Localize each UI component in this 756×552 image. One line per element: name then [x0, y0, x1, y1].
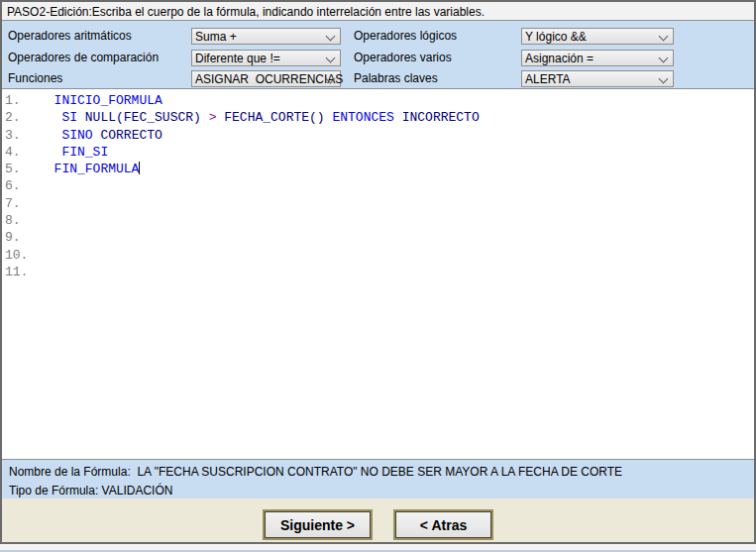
- code-line: 6.: [2, 177, 754, 194]
- code-line: 5. FIN_FORMULA: [2, 161, 754, 177]
- code-text: SI NULL(FEC_SUSCR) > FECHA_CORTE() ENTON…: [39, 109, 480, 126]
- code-line: 3. SINO CORRECTO: [2, 127, 754, 144]
- line-number: 6.: [2, 177, 39, 194]
- code-editor[interactable]: 1. INICIO_FORMULA2. SI NULL(FEC_SUSCR) >…: [2, 89, 754, 459]
- toolbox-row-1: Operadores aritmáticos Suma + Operadores…: [2, 28, 754, 45]
- selected-value: ASIGNAR OCURRENCIAS: [195, 72, 343, 86]
- code-line: 4. FIN_SI: [2, 144, 754, 161]
- selected-value: Asignación =: [525, 52, 594, 65]
- line-number: 8.: [2, 212, 39, 229]
- code-line: 9.: [2, 229, 754, 246]
- label-funciones: Funciones: [8, 71, 62, 85]
- operadores-logicos-select[interactable]: Y lógico &&: [521, 28, 674, 45]
- selected-value: Y lógico &&: [525, 30, 587, 44]
- line-number: 2.: [2, 109, 39, 126]
- line-number: 7.: [2, 195, 39, 212]
- button-bar: Siguiente > < Atras: [2, 498, 754, 542]
- label-operadores-comparacion: Operadores de comparación: [8, 51, 159, 64]
- code-line: 10.: [2, 247, 754, 264]
- label-operadores-aritmeticos: Operadores aritmáticos: [8, 29, 132, 43]
- code-text: SINO CORRECTO: [39, 127, 162, 144]
- formula-info-panel: Nombre de la Fórmula: LA "FECHA SUSCRIPC…: [2, 459, 754, 498]
- code-line: 8.: [2, 212, 754, 229]
- siguiente-button[interactable]: Siguiente >: [263, 509, 373, 540]
- label-operadores-logicos: Operadores lógicos: [354, 29, 457, 43]
- chevron-down-icon: [659, 54, 669, 63]
- line-number: 10.: [2, 247, 39, 264]
- formula-name: Nombre de la Fórmula: LA "FECHA SUSCRIPC…: [9, 463, 754, 482]
- code-text: FIN_FORMULA: [39, 161, 140, 177]
- toolbox-row-3: Funciones ASIGNAR OCURRENCIAS Palabras c…: [2, 70, 754, 87]
- code-line: 11.: [2, 264, 754, 280]
- palabras-claves-select[interactable]: ALERTA: [521, 70, 674, 87]
- chevron-down-icon: [659, 32, 669, 42]
- chevron-down-icon: [659, 74, 669, 84]
- chevron-down-icon: [326, 54, 336, 63]
- line-number: 11.: [2, 264, 39, 280]
- window-title: PASO2-Edición:Escriba el cuerpo de la fó…: [2, 2, 754, 21]
- operadores-varios-select[interactable]: Asignación =: [521, 50, 674, 66]
- operadores-aritmeticos-select[interactable]: Suma +: [191, 28, 341, 45]
- operadores-comparacion-select[interactable]: Diferente que !=: [191, 50, 341, 66]
- page: PASO2-Edición:Escriba el cuerpo de la fó…: [0, 0, 756, 552]
- code-line: 7.: [2, 195, 754, 212]
- line-number: 3.: [2, 127, 39, 144]
- code-text: INICIO_FORMULA: [39, 92, 162, 109]
- line-number: 4.: [2, 144, 39, 161]
- atras-button[interactable]: < Atras: [393, 509, 493, 540]
- code-line: 2. SI NULL(FEC_SUSCR) > FECHA_CORTE() EN…: [2, 109, 754, 126]
- operator-panel: Operadores aritmáticos Suma + Operadores…: [2, 21, 754, 89]
- window-bottom-edge: [0, 544, 756, 552]
- label-palabras-claves: Palabras claves: [354, 71, 438, 85]
- code-line: 1. INICIO_FORMULA: [2, 92, 754, 109]
- label-operadores-varios: Operadores varios: [354, 51, 452, 64]
- toolbox-row-2: Operadores de comparación Diferente que …: [2, 50, 754, 66]
- line-number: 5.: [2, 161, 39, 177]
- chevron-down-icon: [326, 32, 336, 42]
- code-text: FIN_SI: [39, 144, 108, 161]
- formula-editor-window: PASO2-Edición:Escriba el cuerpo de la fó…: [0, 0, 756, 544]
- line-number: 9.: [2, 229, 39, 246]
- selected-value: Suma +: [195, 30, 237, 44]
- selected-value: Diferente que !=: [195, 52, 280, 65]
- selected-value: ALERTA: [525, 72, 571, 86]
- text-caret: [139, 162, 140, 174]
- funciones-select[interactable]: ASIGNAR OCURRENCIAS: [191, 70, 341, 87]
- line-number: 1.: [2, 92, 39, 109]
